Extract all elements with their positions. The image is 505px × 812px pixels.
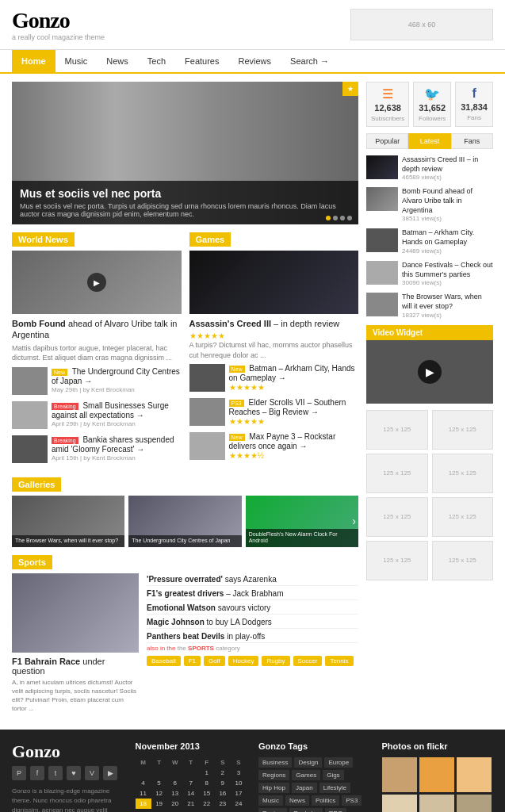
cal-cell[interactable]: 6 (167, 778, 183, 788)
cal-cell[interactable]: 8 (199, 778, 215, 788)
sports-link-5[interactable]: Panthers beat Devils in play-offs (147, 630, 358, 643)
sports-link-1[interactable]: 'Pressure overrated' says Azarenka (147, 573, 358, 586)
cal-cell[interactable]: 22 (199, 799, 215, 809)
cloud-tag-rockstar[interactable]: Rockstar (289, 808, 323, 812)
nav-features[interactable]: Features (175, 50, 228, 72)
sidebar-article-1-title[interactable]: Assassin's Creed III – in depth review (402, 155, 493, 174)
world-article-1-title[interactable]: New The Underground City Centres of Japa… (52, 367, 182, 386)
flickr-thumb-2[interactable] (419, 757, 454, 792)
cal-cell[interactable]: 24 (231, 799, 247, 809)
hero-dot-1[interactable] (326, 216, 331, 220)
video-thumb[interactable]: ▶ (366, 340, 493, 404)
cal-cell[interactable]: 28 (183, 809, 199, 812)
cloud-tag-politics[interactable]: Politics (312, 795, 339, 806)
cloud-tag-ps3[interactable]: PS3 (342, 795, 362, 806)
cal-cell[interactable]: 29 (199, 809, 215, 812)
sidebar-article-2-title[interactable]: Bomb Found ahead of Alvaro Uribe talk in… (402, 187, 493, 215)
tag-golf[interactable]: Golf (204, 656, 225, 666)
facebook-box[interactable]: f 31,834 Fans (455, 82, 493, 127)
flickr-thumb-1[interactable] (382, 757, 417, 792)
cal-cell[interactable]: 23 (215, 799, 231, 809)
tag-baseball[interactable]: Baseball (147, 656, 181, 666)
footer-youtube-icon[interactable]: ▶ (103, 766, 117, 780)
games-article-3-title[interactable]: New Max Payne 3 – Rockstar delivers once… (229, 432, 359, 451)
cal-cell[interactable]: 17 (231, 788, 247, 799)
cloud-tag-review[interactable]: Review (258, 808, 287, 812)
cal-cell[interactable]: 26 (151, 809, 167, 812)
tag-f1[interactable]: F1 (184, 656, 201, 666)
sports-link-2[interactable]: F1's greatest drivers – Jack Brabham (147, 588, 358, 600)
cal-cell[interactable]: 11 (136, 788, 151, 799)
video-play-button[interactable]: ▶ (418, 360, 442, 384)
gallery-nav[interactable]: › (352, 515, 356, 527)
cal-cell[interactable]: 1 (199, 768, 215, 778)
ad-box-3[interactable]: 125 x 125 (366, 454, 428, 493)
tag-tennis[interactable]: Tennis (325, 656, 353, 666)
cal-cell[interactable]: 30 (215, 809, 231, 812)
site-logo[interactable]: Gonzo (12, 8, 105, 33)
sidebar-article-4-title[interactable]: Dance Festivals – Check out this Summer'… (402, 261, 493, 279)
cal-cell[interactable]: 9 (215, 778, 231, 788)
cloud-tag-news[interactable]: News (285, 795, 309, 806)
hero-dot-3[interactable] (340, 216, 345, 220)
twitter-box[interactable]: 🐦 31,652 Followers (413, 82, 451, 127)
gallery-item-1[interactable]: The Browser Wars, when will it ever stop… (12, 496, 124, 547)
cloud-tag-lifestyle[interactable]: Lifestyle (319, 783, 350, 793)
flickr-thumb-6[interactable] (457, 795, 492, 812)
cal-cell[interactable]: 16 (215, 788, 231, 799)
footer-vimeo-icon[interactable]: V (85, 766, 99, 780)
ad-box-2[interactable]: 125 x 125 (432, 410, 494, 450)
cal-cell[interactable]: 5 (151, 778, 167, 788)
hero-dot-2[interactable] (333, 216, 338, 220)
cal-cell[interactable]: 27 (167, 809, 183, 812)
cal-cell[interactable]: 10 (231, 778, 247, 788)
world-article-3-title[interactable]: Breaking Bankia shares suspended amid 'G… (52, 435, 182, 454)
cloud-tag-business[interactable]: Business (258, 757, 292, 768)
footer-pinterest-icon[interactable]: P (12, 766, 26, 780)
games-article-1-title[interactable]: New Batman – Arkham City, Hands on Gamep… (229, 364, 359, 383)
gallery-item-3[interactable]: › DoubleFlesh's New Alarm Clock For Andr… (246, 496, 358, 547)
cloud-tag-japan[interactable]: Japan (292, 783, 317, 793)
cloud-tag-hiphop[interactable]: Hip Hop (258, 783, 289, 793)
cal-cell[interactable]: 12 (151, 788, 167, 799)
rss-box[interactable]: ☰ 12,638 Subscribers (366, 82, 409, 127)
cal-cell[interactable]: 19 (151, 799, 167, 809)
sidebar-article-3-title[interactable]: Batman – Arkham City. Hands on Gameplay (402, 228, 493, 247)
cloud-tag-europe[interactable]: Europe (324, 757, 353, 768)
flickr-thumb-4[interactable] (382, 795, 417, 812)
cal-cell[interactable]: 3 (231, 768, 247, 778)
cal-today[interactable]: 18 (136, 799, 151, 809)
hero-dot-4[interactable] (347, 216, 352, 220)
cal-cell[interactable]: 15 (199, 788, 215, 799)
sidebar-article-5-title[interactable]: The Browser Wars, when will it ever stop… (402, 293, 493, 311)
flickr-thumb-5[interactable] (419, 795, 454, 812)
cloud-tag-games[interactable]: Games (292, 770, 320, 780)
footer-twitter-icon[interactable]: t (48, 766, 63, 780)
games-article-2-title[interactable]: PS3 Elder Scrolls VII – Southern Reaches… (229, 398, 359, 417)
nav-reviews[interactable]: Reviews (228, 50, 281, 72)
ad-box-4[interactable]: 125 x 125 (432, 454, 494, 493)
cloud-tag-music[interactable]: Music (258, 795, 283, 806)
tag-soccer[interactable]: Soccer (293, 656, 323, 666)
world-news-thumb[interactable]: ▶ (12, 251, 182, 314)
tab-latest[interactable]: Latest (408, 133, 450, 149)
play-button[interactable]: ▶ (87, 273, 106, 292)
cal-cell[interactable]: 25 (136, 809, 151, 812)
cal-cell[interactable]: 4 (136, 778, 151, 788)
nav-tech[interactable]: Tech (138, 50, 175, 72)
sports-link-4[interactable]: Magic Johnson to buy LA Dodgers (147, 616, 358, 629)
cloud-tag-gigs[interactable]: Gigs (323, 770, 343, 780)
nav-home[interactable]: Home (12, 50, 55, 72)
nav-news[interactable]: News (97, 50, 138, 72)
sports-link-3[interactable]: Emotional Watson savours victory (147, 602, 358, 615)
ad-box-5[interactable]: 125 x 125 (366, 497, 428, 537)
cloud-tag-regions[interactable]: Regions (258, 770, 289, 780)
ad-box-6[interactable]: 125 x 125 (432, 497, 494, 537)
ad-box-8[interactable]: 125 x 125 (432, 541, 494, 580)
nav-search[interactable]: Search → (281, 50, 339, 72)
tab-fans[interactable]: Fans (451, 133, 493, 149)
tag-hockey[interactable]: Hockey (228, 656, 259, 666)
footer-heart-icon[interactable]: ♥ (67, 766, 81, 780)
gallery-item-2[interactable]: The Underground City Centres of Japan (128, 496, 241, 547)
nav-music[interactable]: Music (55, 50, 98, 72)
